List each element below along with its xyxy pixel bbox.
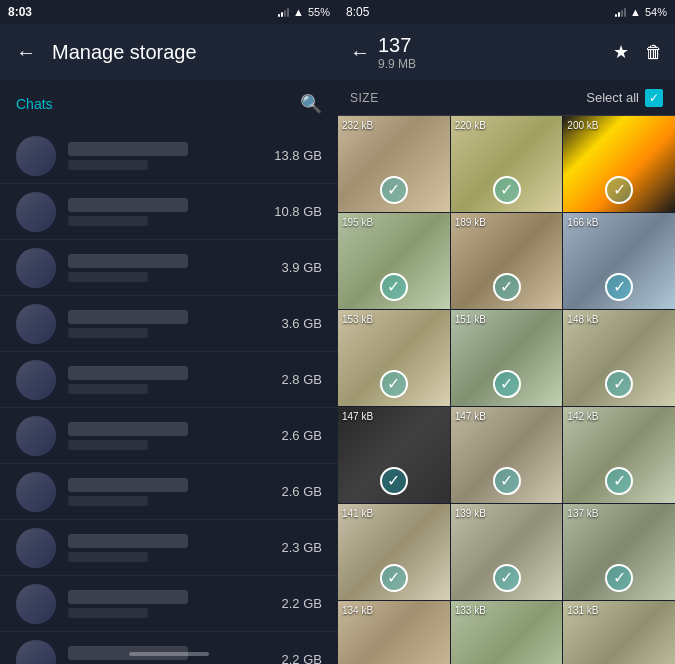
image-item-2[interactable]: 200 kB ✓ xyxy=(563,116,675,212)
grid-row: 147 kB ✓ 147 kB ✓ 142 kB ✓ xyxy=(338,407,675,503)
image-item-7[interactable]: 151 kB ✓ xyxy=(451,310,563,406)
image-item-3[interactable]: 195 kB ✓ xyxy=(338,213,450,309)
chat-size-3: 3.6 GB xyxy=(282,316,322,331)
image-count: 137 xyxy=(378,33,605,57)
image-size-1: 220 kB xyxy=(455,120,486,131)
chat-item[interactable]: 10.8 GB xyxy=(0,184,338,240)
chat-size-6: 2.6 GB xyxy=(282,484,322,499)
chat-size-0: 13.8 GB xyxy=(274,148,322,163)
filter-bar: SIZE Select all xyxy=(338,80,675,116)
size-filter-label: SIZE xyxy=(350,91,379,105)
image-size-0: 232 kB xyxy=(342,120,373,131)
image-size-14: 137 kB xyxy=(567,508,598,519)
scrollbar-indicator xyxy=(129,652,209,656)
left-status-icons: ▲ 55% xyxy=(278,5,330,19)
image-item-17[interactable]: 131 kB xyxy=(563,601,675,664)
chat-size-1: 10.8 GB xyxy=(274,204,322,219)
image-size-3: 195 kB xyxy=(342,217,373,228)
image-size-9: 147 kB xyxy=(342,411,373,422)
select-all-checkbox[interactable] xyxy=(645,89,663,107)
chat-item[interactable]: 2.2 GB xyxy=(0,576,338,632)
image-item-10[interactable]: 147 kB ✓ xyxy=(451,407,563,503)
image-size-7: 151 kB xyxy=(455,314,486,325)
chat-size-7: 2.3 GB xyxy=(282,540,322,555)
select-all-block[interactable]: Select all xyxy=(586,89,663,107)
image-size-4: 189 kB xyxy=(455,217,486,228)
image-item-14[interactable]: 137 kB ✓ xyxy=(563,504,675,600)
grid-row: 153 kB ✓ 151 kB ✓ 148 kB ✓ xyxy=(338,310,675,406)
wifi-icon-right: ▲ xyxy=(630,6,641,18)
image-size-10: 147 kB xyxy=(455,411,486,422)
image-item-5[interactable]: 166 kB ✓ xyxy=(563,213,675,309)
image-size-5: 166 kB xyxy=(567,217,598,228)
right-panel: 8:05 ▲ 54% ← 137 9.9 MB ★ 🗑 S xyxy=(338,0,675,664)
signal-icon-right xyxy=(615,5,626,19)
total-size: 9.9 MB xyxy=(378,57,605,71)
image-item-11[interactable]: 142 kB ✓ xyxy=(563,407,675,503)
right-battery: 54% xyxy=(645,6,667,18)
image-grid: 232 kB ✓ 220 kB ✓ 200 kB ✓ 195 kB ✓ 189 … xyxy=(338,116,675,664)
chat-item[interactable]: 2.8 GB xyxy=(0,352,338,408)
delete-button[interactable]: 🗑 xyxy=(645,42,663,63)
image-item-16[interactable]: 133 kB xyxy=(451,601,563,664)
image-item-12[interactable]: 141 kB ✓ xyxy=(338,504,450,600)
left-time: 8:03 xyxy=(8,5,32,19)
image-item-6[interactable]: 153 kB ✓ xyxy=(338,310,450,406)
left-page-title: Manage storage xyxy=(52,41,322,64)
left-header: ← Manage storage xyxy=(0,24,338,80)
chat-item[interactable]: 3.9 GB xyxy=(0,240,338,296)
search-icon[interactable]: 🔍 xyxy=(300,93,322,115)
chat-item[interactable]: 2.6 GB xyxy=(0,464,338,520)
image-size-16: 133 kB xyxy=(455,605,486,616)
image-size-11: 142 kB xyxy=(567,411,598,422)
grid-row: 134 kB 133 kB 131 kB xyxy=(338,601,675,664)
image-item-0[interactable]: 232 kB ✓ xyxy=(338,116,450,212)
right-back-button[interactable]: ← xyxy=(350,41,370,64)
left-status-bar: 8:03 ▲ 55% xyxy=(0,0,338,24)
chat-size-4: 2.8 GB xyxy=(282,372,322,387)
right-time: 8:05 xyxy=(346,5,369,19)
image-size-12: 141 kB xyxy=(342,508,373,519)
left-panel: 8:03 ▲ 55% ← Manage storage Chats 🔍 xyxy=(0,0,338,664)
select-all-text: Select all xyxy=(586,90,639,105)
header-actions: ★ 🗑 xyxy=(613,41,663,63)
chat-list: 13.8 GB 10.8 GB 3.9 GB 3.6 GB 2.8 GB 2.6… xyxy=(0,128,338,664)
image-size-13: 139 kB xyxy=(455,508,486,519)
right-header: ← 137 9.9 MB ★ 🗑 xyxy=(338,24,675,80)
image-size-17: 131 kB xyxy=(567,605,598,616)
chat-item[interactable]: 3.6 GB xyxy=(0,296,338,352)
image-item-13[interactable]: 139 kB ✓ xyxy=(451,504,563,600)
right-status-bar: 8:05 ▲ 54% xyxy=(338,0,675,24)
grid-row: 232 kB ✓ 220 kB ✓ 200 kB ✓ xyxy=(338,116,675,212)
chat-item[interactable]: 13.8 GB xyxy=(0,128,338,184)
right-status-icons: ▲ 54% xyxy=(615,5,667,19)
image-size-2: 200 kB xyxy=(567,120,598,131)
image-item-9[interactable]: 147 kB ✓ xyxy=(338,407,450,503)
chat-item[interactable]: 2.6 GB xyxy=(0,408,338,464)
image-size-8: 148 kB xyxy=(567,314,598,325)
chat-size-5: 2.6 GB xyxy=(282,428,322,443)
battery-text: 55% xyxy=(308,6,330,18)
image-item-4[interactable]: 189 kB ✓ xyxy=(451,213,563,309)
signal-icon xyxy=(278,5,289,19)
wifi-icon: ▲ xyxy=(293,6,304,18)
chat-size-8: 2.2 GB xyxy=(282,596,322,611)
left-back-button[interactable]: ← xyxy=(16,41,36,64)
chat-item[interactable]: 2.3 GB xyxy=(0,520,338,576)
image-item-15[interactable]: 134 kB xyxy=(338,601,450,664)
star-button[interactable]: ★ xyxy=(613,41,629,63)
chats-section-label: Chats xyxy=(16,96,53,112)
header-count-block: 137 9.9 MB xyxy=(378,33,605,71)
grid-row: 141 kB ✓ 139 kB ✓ 137 kB ✓ xyxy=(338,504,675,600)
chat-size-9: 2.2 GB xyxy=(282,652,322,664)
image-size-15: 134 kB xyxy=(342,605,373,616)
image-item-1[interactable]: 220 kB ✓ xyxy=(451,116,563,212)
image-item-8[interactable]: 148 kB ✓ xyxy=(563,310,675,406)
image-size-6: 153 kB xyxy=(342,314,373,325)
grid-row: 195 kB ✓ 189 kB ✓ 166 kB ✓ xyxy=(338,213,675,309)
chat-item[interactable]: 2.2 GB xyxy=(0,632,338,664)
chat-size-2: 3.9 GB xyxy=(282,260,322,275)
chats-section-header: Chats 🔍 xyxy=(0,80,338,128)
